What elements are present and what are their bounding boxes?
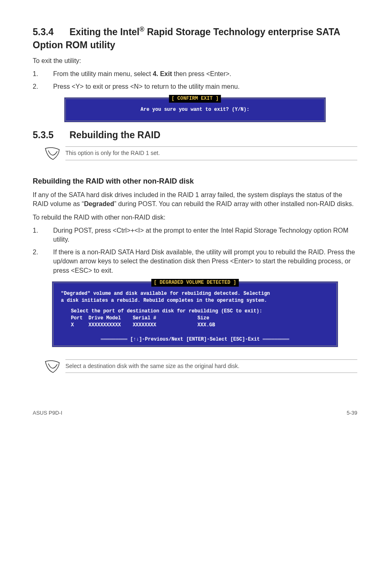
terminal-confirm-exit: [ CONFIRM EXIT ] Are you sure you want t… [64,97,326,122]
step-text: Press <Y> to exit or press <N> to return… [53,83,240,90]
footer-left: ASUS P9D-I [33,409,62,417]
section-title-p1: Exiting the Intel [69,27,139,37]
step-number: 2. [33,82,53,91]
section-title: Rebuilding the RAID [69,130,160,140]
terminal-degraded-volume: [ DEGRADED VOLUME DETECTED ] "Degraded" … [52,281,338,347]
para-text-c: ” during POST. You can rebuild the RAID … [114,200,354,207]
para-text-bold: Degraded [84,200,114,207]
intro-text: To exit the utility: [33,56,357,65]
section-heading-534: 5.3.4Exiting the Intel® Rapid Storage Te… [33,25,357,52]
step-text-c: then press <Enter>. [172,70,231,77]
step-number: 1. [33,226,53,235]
step-number: 1. [33,70,53,79]
list-item: 2.If there is a non-RAID SATA Hard Disk … [33,248,357,275]
step-text: If there is a non-RAID SATA Hard Disk av… [53,249,355,274]
registered-mark: ® [139,25,144,33]
note-icon [44,147,61,164]
note-icon [44,360,61,377]
terminal-footer-text: [↑↓]-Previous/Next [ENTER]-Select [ESC]-… [130,337,260,342]
step-number: 2. [33,248,53,257]
list-item: 1.During POST, press <Ctrl>+<I> at the p… [33,226,357,245]
terminal-title: [ DEGRADED VOLUME DETECTED ] [151,279,239,287]
note-text: This option is only for the RAID 1 set. [65,146,357,160]
page-footer: ASUS P9D-I 5-39 [33,409,357,417]
list-item: 2.Press <Y> to exit or press <N> to retu… [33,82,357,91]
subheading: Rebuilding the RAID with other non-RAID … [33,176,357,186]
terminal-select-block: Select the port of destination disk for … [65,308,329,328]
note-text: Select a destination disk with the same … [65,359,357,373]
section-number: 5.3.4 [33,25,69,38]
section-number: 5.3.5 [33,128,69,141]
step-text-bold: 4. Exit [153,70,172,77]
note-block: Select a destination disk with the same … [33,359,357,377]
terminal-body: Are you sure you want to exit? (Y/N): [72,106,318,113]
footer-right: 5-39 [347,409,357,417]
terminal-footer: ═════════ [↑↓]-Previous/Next [ENTER]-Sel… [61,336,329,343]
note-block: This option is only for the RAID 1 set. [33,146,357,164]
section-heading-535: 5.3.5Rebuilding the RAID [33,128,357,141]
step-text-a: From the utility main menu, select [53,70,153,77]
terminal-title: [ CONFIRM EXIT ] [169,95,221,103]
terminal-line: a disk initiates a rebuild. Rebuild comp… [61,297,329,304]
paragraph: To rebuild the RAID with other non-RAID … [33,213,357,222]
step-text: During POST, press <Ctrl>+<I> at the pro… [53,227,348,243]
list-item: 1.From the utility main menu, select 4. … [33,70,357,79]
terminal-line: "Degraded" volume and disk available for… [61,290,329,297]
paragraph: If any of the SATA hard disk drives incl… [33,191,357,209]
